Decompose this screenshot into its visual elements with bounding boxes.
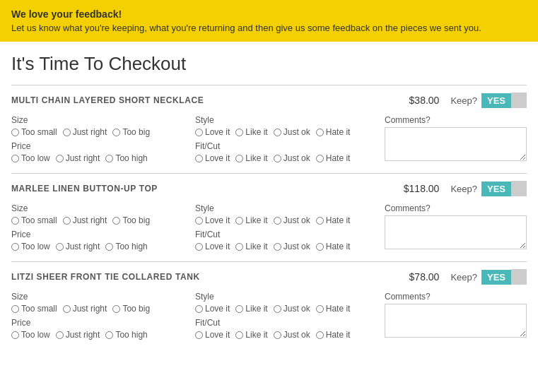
fitcut-option-2-2[interactable]: Just ok (274, 242, 310, 251)
size-option-2-3[interactable]: Too big (112, 304, 150, 314)
price-option-1-1[interactable]: Just right (56, 153, 100, 163)
size-option-0-2[interactable]: Too small (11, 215, 57, 225)
style-option-0-2[interactable]: Love it (195, 215, 230, 225)
item-section-3: LITZI SHEER FRONT TIE COLLARED TANK $78.… (11, 261, 527, 350)
fitcut-cell-3: Fit/Cut Love it Like it Just ok Hate it (195, 318, 379, 340)
comments-textarea-1[interactable] (385, 127, 527, 161)
style-option-3-3[interactable]: Hate it (316, 304, 351, 314)
fitcut-radio-group-3: Love it Like it Just ok Hate it (195, 330, 379, 340)
price-option-2-2[interactable]: Too high (105, 242, 147, 251)
fitcut-option-3-2[interactable]: Hate it (316, 242, 351, 251)
fitcut-option-1-3[interactable]: Like it (235, 330, 267, 340)
size-option-2-2[interactable]: Too big (112, 215, 150, 225)
comments-textarea-2[interactable] (385, 215, 527, 249)
price-radio-group-2: Too low Just right Too high (11, 242, 195, 251)
price-option-0-2[interactable]: Too low (11, 242, 50, 251)
item-price-2: $118.00 (404, 183, 440, 194)
size-label-3: Size (11, 292, 195, 302)
banner-title: We love your feedback! (11, 8, 527, 20)
fitcut-option-2-3[interactable]: Just ok (274, 330, 310, 340)
comments-textarea-3[interactable] (385, 304, 527, 338)
size-option-0-3[interactable]: Too small (11, 304, 57, 314)
fitcut-option-1-2[interactable]: Like it (235, 242, 267, 251)
keep-yes-button-3[interactable]: YES (481, 270, 511, 285)
item-section-2: MARLEE LINEN BUTTON-UP TOP $118.00 Keep?… (11, 173, 527, 261)
price-feedback-label-2: Price (11, 230, 195, 239)
keep-yes-button-1[interactable]: YES (481, 93, 511, 108)
style-option-2-1[interactable]: Just ok (274, 127, 310, 137)
fitcut-option-3-1[interactable]: Hate it (316, 153, 351, 163)
keep-yes-button-2[interactable]: YES (481, 182, 511, 196)
style-radio-group-1: Love it Like it Just ok Hate it (195, 127, 379, 137)
fitcut-option-0-2[interactable]: Love it (195, 242, 230, 251)
keep-toggle-2[interactable]: YES (481, 181, 527, 196)
fitcut-label-2: Fit/Cut (195, 230, 379, 239)
fitcut-cell-1: Fit/Cut Love it Like it Just ok Hate it (195, 141, 379, 163)
comments-col-2: Comments? (379, 203, 527, 251)
size-cell-1: Size Too small Just right Too big (11, 115, 195, 137)
keep-slider-button-2[interactable] (511, 181, 527, 196)
item-name-1: MULTI CHAIN LAYERED SHORT NECKLACE (11, 95, 409, 105)
comments-label-3: Comments? (385, 292, 527, 302)
keep-label-3: Keep? (450, 272, 477, 283)
fitcut-option-0-1[interactable]: Love it (195, 153, 230, 163)
size-option-1-2[interactable]: Just right (63, 215, 107, 225)
banner-text: Let us know what you're keeping, what yo… (11, 23, 527, 33)
price-feedback-cell-3: Price Too low Just right Too high (11, 318, 195, 340)
fitcut-cell-2: Fit/Cut Love it Like it Just ok Hate it (195, 230, 379, 251)
size-label-2: Size (11, 203, 195, 213)
style-cell-3: Style Love it Like it Just ok Hate it (195, 292, 379, 314)
price-option-2-3[interactable]: Too high (105, 330, 147, 340)
price-option-0-1[interactable]: Too low (11, 153, 50, 163)
style-option-2-3[interactable]: Just ok (274, 304, 310, 314)
item-name-2: MARLEE LINEN BUTTON-UP TOP (11, 184, 404, 194)
keep-slider-button-1[interactable] (511, 93, 527, 108)
price-feedback-label-3: Price (11, 318, 195, 328)
item-price-1: $38.00 (409, 95, 440, 106)
style-option-2-2[interactable]: Just ok (274, 215, 310, 225)
size-option-1-1[interactable]: Just right (63, 127, 107, 137)
price-radio-group-3: Too low Just right Too high (11, 330, 195, 340)
price-option-1-2[interactable]: Just right (56, 242, 100, 251)
size-option-1-3[interactable]: Just right (63, 304, 107, 314)
style-option-3-2[interactable]: Hate it (316, 215, 351, 225)
fitcut-radio-group-1: Love it Like it Just ok Hate it (195, 153, 379, 163)
keep-slider-button-3[interactable] (511, 269, 527, 285)
keep-toggle-1[interactable]: YES (481, 93, 527, 108)
comments-label-1: Comments? (385, 115, 527, 125)
size-option-0-1[interactable]: Too small (11, 127, 57, 137)
style-option-3-1[interactable]: Hate it (316, 127, 351, 137)
size-option-2-1[interactable]: Too big (112, 127, 150, 137)
price-option-0-3[interactable]: Too low (11, 330, 50, 340)
banner: We love your feedback! Let us know what … (0, 0, 538, 42)
style-option-0-1[interactable]: Love it (195, 127, 230, 137)
style-label-1: Style (195, 115, 379, 125)
fitcut-option-3-3[interactable]: Hate it (316, 330, 351, 340)
fitcut-option-1-1[interactable]: Like it (235, 153, 267, 163)
page-title: It's Time To Checkout (11, 53, 527, 75)
style-cell-1: Style Love it Like it Just ok Hate it (195, 115, 379, 137)
style-radio-group-3: Love it Like it Just ok Hate it (195, 304, 379, 314)
fitcut-radio-group-2: Love it Like it Just ok Hate it (195, 242, 379, 251)
comments-col-3: Comments? (379, 292, 527, 340)
price-radio-group-1: Too low Just right Too high (11, 153, 195, 163)
comments-label-2: Comments? (385, 203, 527, 213)
fitcut-label-1: Fit/Cut (195, 141, 379, 151)
price-option-1-3[interactable]: Just right (56, 330, 100, 340)
fitcut-option-2-1[interactable]: Just ok (274, 153, 310, 163)
size-radio-group-1: Too small Just right Too big (11, 127, 195, 137)
keep-label-1: Keep? (450, 95, 477, 106)
keep-toggle-3[interactable]: YES (481, 269, 527, 285)
size-label-1: Size (11, 115, 195, 125)
style-option-0-3[interactable]: Love it (195, 304, 230, 314)
style-option-1-2[interactable]: Like it (235, 215, 267, 225)
fitcut-label-3: Fit/Cut (195, 318, 379, 328)
comments-col-1: Comments? (379, 115, 527, 163)
style-option-1-3[interactable]: Like it (235, 304, 267, 314)
keep-label-2: Keep? (450, 184, 477, 194)
style-cell-2: Style Love it Like it Just ok Hate it (195, 203, 379, 225)
style-label-3: Style (195, 292, 379, 302)
style-option-1-1[interactable]: Like it (235, 127, 267, 137)
fitcut-option-0-3[interactable]: Love it (195, 330, 230, 340)
price-option-2-1[interactable]: Too high (105, 153, 147, 163)
